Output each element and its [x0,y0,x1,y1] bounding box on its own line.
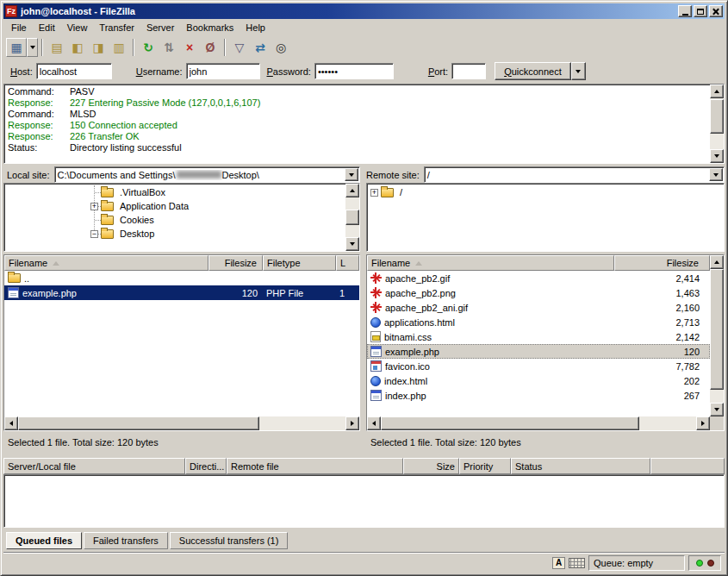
close-button[interactable] [709,5,723,17]
tree-item-cookies[interactable]: Cookies [4,213,345,227]
quickconnect-button[interactable]: Quickconnect [495,62,571,80]
quickconnect-dropdown-button[interactable] [571,62,586,80]
scroll-down-button[interactable] [710,149,724,163]
comparison-button[interactable]: ⇄ [250,38,271,57]
title-bar[interactable]: Fz john@localhost - FileZilla [3,3,725,19]
filter-button[interactable]: ▽ [229,38,250,57]
tab-successful-transfers-1[interactable]: Successful transfers (1) [170,532,289,549]
cancel-button[interactable]: × [179,38,200,57]
host-input[interactable] [36,63,112,79]
remote-file-row[interactable]: bitnami.css2,142 [367,329,710,344]
local-tree-scrollbar[interactable] [345,184,359,251]
scrollbar-thumb[interactable] [710,269,724,390]
file-type-cell: PHP File [263,285,336,300]
column-header-filename[interactable]: Filename [367,255,614,271]
remote-vertical-scrollbar[interactable] [710,255,724,416]
scroll-right-button[interactable] [345,416,359,430]
scrollbar-thumb[interactable] [18,416,259,430]
scroll-up-button[interactable] [710,255,724,269]
scroll-left-button[interactable] [4,416,18,430]
local-horizontal-scrollbar[interactable] [4,416,359,430]
tab-failed-transfers[interactable]: Failed transfers [84,532,168,549]
local-site-dropdown-button[interactable] [345,168,358,181]
scroll-right-button[interactable] [696,416,710,430]
find-button[interactable]: ◎ [271,38,291,57]
remote-file-row[interactable]: index.html202 [367,373,710,388]
scroll-up-button[interactable] [710,85,724,98]
tree-item-[interactable]: +/ [367,185,724,199]
collapse-minus-icon[interactable]: − [90,230,98,238]
message-log-toggle-button[interactable]: ▤ [47,38,67,57]
tree-item-application-data[interactable]: +Application Data [4,199,345,213]
tab-queued-files[interactable]: Queued files [6,532,82,549]
site-manager-button[interactable]: ▦ [6,38,27,57]
column-header-filetype[interactable]: Filetype [263,255,336,271]
remote-file-row[interactable]: applications.html2,713 [367,315,710,329]
menu-item-help[interactable]: Help [240,20,271,35]
column-header-filename[interactable]: Filename [4,255,208,271]
column-header-remote-file[interactable]: Remote file [227,458,403,474]
column-header-filesize[interactable]: Filesize [614,255,710,271]
pane-splitter[interactable] [360,183,366,252]
log-vertical-scrollbar[interactable] [710,85,724,163]
remote-tree-toggle-button[interactable]: ◨ [88,38,109,57]
tree-item-virtualbox[interactable]: .VirtualBox [4,185,345,199]
remote-file-row[interactable]: favicon.ico7,782 [367,359,710,373]
column-header-filesize[interactable]: Filesize [208,255,263,271]
column-header-priority[interactable]: Priority [459,458,511,474]
remote-file-row[interactable]: apache_pb2.png1,463 [367,285,710,300]
menu-item-transfer[interactable]: Transfer [93,20,140,35]
process-queue-button[interactable]: ⇅ [159,38,179,57]
scrollbar-thumb[interactable] [381,416,639,430]
maximize-button[interactable] [694,5,707,17]
menu-item-edit[interactable]: Edit [33,20,61,35]
transfer-type-icon[interactable]: A [552,557,565,569]
remote-file-row[interactable]: apache_pb2.gif2,414 [367,271,710,285]
remote-file-row[interactable]: apache_pb2_ani.gif2,160 [367,300,710,315]
remote-horizontal-scrollbar[interactable] [367,416,710,430]
disconnect-button[interactable]: Ø [200,38,221,57]
column-header-directi[interactable]: Directi... [185,458,227,474]
local-site-combo[interactable]: C:\Documents and Settings\Desktop\ [54,166,360,183]
queue-splitter[interactable] [3,450,725,458]
scrollbar-track[interactable] [345,197,359,237]
column-header-status[interactable]: Status [511,458,650,474]
scroll-down-button[interactable] [345,237,359,251]
scroll-up-button[interactable] [345,184,359,197]
tree-item-desktop[interactable]: −Desktop [4,227,345,241]
local-tree-toggle-button[interactable]: ◧ [67,38,88,57]
scroll-down-button[interactable] [710,403,724,416]
local-file-row[interactable]: example.php120PHP File1 [4,285,359,300]
scrollbar-thumb[interactable] [710,99,724,134]
menu-item-bookmarks[interactable]: Bookmarks [180,20,240,35]
scrollbar-track[interactable] [710,269,724,403]
expand-plus-icon[interactable]: + [90,203,98,210]
scrollbar-track[interactable] [18,416,345,430]
remote-file-row[interactable]: example.php120 [367,344,710,359]
column-header-size[interactable]: Size [403,458,459,474]
site-manager-dropdown-button[interactable] [27,38,38,57]
minimize-button[interactable] [678,5,692,17]
menu-item-file[interactable]: File [5,20,33,35]
scrollbar-track[interactable] [381,416,696,430]
remote-site-dropdown-button[interactable] [709,168,723,181]
remote-site-combo[interactable]: / [424,166,725,183]
scroll-left-button[interactable] [367,416,381,430]
remote-file-row[interactable]: index.php267 [367,388,710,403]
scrollbar-track[interactable] [710,98,724,149]
password-input[interactable] [314,63,394,79]
speed-limit-icon[interactable] [569,558,585,568]
expand-plus-icon[interactable]: + [370,189,378,197]
refresh-button[interactable]: ↻ [138,38,159,57]
menu-item-view[interactable]: View [61,20,94,35]
scrollbar-thumb[interactable] [345,210,359,225]
queue-toggle-button[interactable]: ▥ [109,38,129,57]
username-input[interactable] [186,63,260,79]
local-file-row[interactable]: .. [4,271,359,285]
port-input[interactable] [451,63,486,79]
transfer-queue-list[interactable] [3,474,725,528]
menu-item-server[interactable]: Server [140,20,180,35]
column-header-server-local-file[interactable]: Server/Local file [3,458,185,474]
pane-splitter[interactable] [360,254,366,431]
column-header-l[interactable]: L [336,255,359,271]
